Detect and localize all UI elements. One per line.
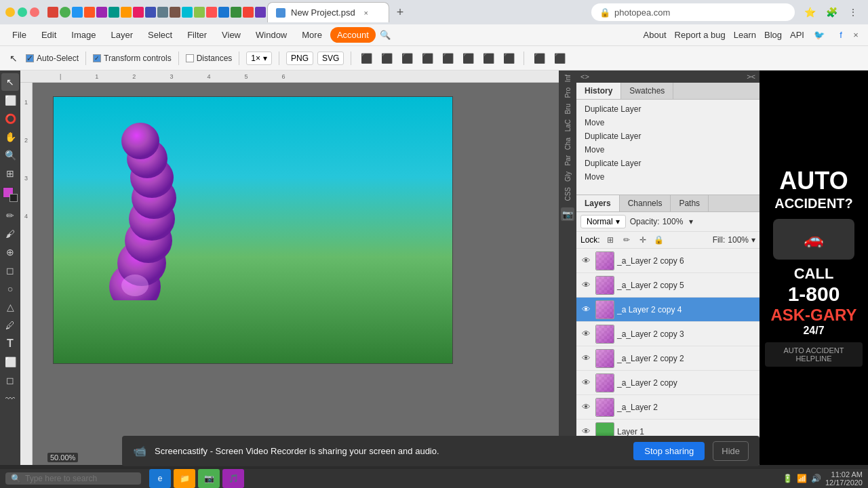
history-item[interactable]: Duplicate Layer bbox=[579, 102, 757, 116]
sidebar-label-bru[interactable]: Bru bbox=[563, 102, 573, 116]
blend-mode-dropdown[interactable]: Normal ▾ bbox=[580, 215, 626, 228]
address-bar[interactable]: 🔒 photopea.com bbox=[591, 3, 795, 21]
ad-close-icon[interactable]: × bbox=[849, 28, 863, 42]
favicon[interactable] bbox=[96, 7, 107, 18]
panel-expand-right[interactable]: >< bbox=[747, 73, 755, 81]
layer-item[interactable]: 👁 _a_Layer 2 copy 3 bbox=[576, 322, 760, 346]
layer-visibility-icon[interactable]: 👁 bbox=[579, 279, 593, 292]
favicon[interactable] bbox=[194, 7, 205, 18]
search-bar[interactable]: 🔍 bbox=[5, 472, 141, 485]
menu-window[interactable]: Window bbox=[249, 27, 294, 43]
transform-controls-option[interactable]: ✓ Transform controls bbox=[93, 54, 172, 63]
layer-item-selected[interactable]: 👁 _a Layer 2 copy 4 bbox=[576, 298, 760, 322]
taskbar-ie[interactable]: e bbox=[149, 469, 171, 488]
learn-link[interactable]: Learn bbox=[734, 30, 756, 40]
lock-move-icon[interactable]: ✛ bbox=[637, 234, 649, 246]
taskbar-app1[interactable]: 📷 bbox=[198, 469, 220, 488]
layer-item[interactable]: 👁 _a_Layer 2 copy 6 bbox=[576, 249, 760, 273]
facebook-icon[interactable]: f bbox=[834, 28, 848, 42]
tray-sound[interactable]: 🔊 bbox=[811, 474, 821, 483]
favicon[interactable] bbox=[133, 7, 144, 18]
close-button[interactable] bbox=[30, 7, 39, 17]
layer-item[interactable]: 👁 _a_Layer 2 copy 5 bbox=[576, 273, 760, 298]
crop-tool[interactable]: ⊞ bbox=[1, 165, 19, 182]
shape-tool[interactable]: ⬜ bbox=[1, 353, 19, 371]
transform-icon[interactable]: ⬛ bbox=[531, 50, 547, 66]
minimize-button[interactable] bbox=[5, 7, 15, 17]
favicon[interactable] bbox=[182, 7, 193, 18]
favicon[interactable] bbox=[206, 7, 217, 18]
active-tab[interactable]: New Project.psd × bbox=[267, 2, 389, 22]
distribute4-icon[interactable]: ⬛ bbox=[500, 50, 517, 66]
stamp-tool[interactable]: ⊕ bbox=[1, 243, 19, 261]
lock-all-icon[interactable]: 🔒 bbox=[653, 234, 665, 246]
blog-link[interactable]: Blog bbox=[764, 30, 782, 40]
menu-more[interactable]: More bbox=[295, 27, 329, 43]
align-right-icon[interactable]: ⬛ bbox=[399, 50, 415, 66]
favicon[interactable] bbox=[108, 7, 119, 18]
tab-channels[interactable]: Channels bbox=[620, 195, 671, 211]
favicon[interactable] bbox=[218, 7, 229, 18]
stop-sharing-button[interactable]: Stop sharing bbox=[633, 442, 705, 460]
layer-item[interactable]: 👁 _a_Layer 2 copy bbox=[576, 371, 760, 395]
tab-history[interactable]: History bbox=[576, 83, 621, 99]
search-icon[interactable]: 🔍 bbox=[377, 27, 393, 43]
opacity-value[interactable]: 100% bbox=[663, 217, 684, 226]
maximize-button[interactable] bbox=[18, 7, 27, 17]
layer-item[interactable]: 👁 _a_Layer 2 bbox=[576, 395, 760, 420]
layer-visibility-icon[interactable]: 👁 bbox=[579, 376, 593, 390]
history-item[interactable]: Move bbox=[579, 116, 757, 129]
tray-wifi[interactable]: 📶 bbox=[797, 474, 807, 483]
sidebar-label-gly[interactable]: Gly bbox=[563, 170, 573, 183]
api-link[interactable]: API bbox=[790, 30, 804, 40]
menu-view[interactable]: View bbox=[215, 27, 248, 43]
menu-icon[interactable]: ⋮ bbox=[844, 3, 863, 22]
taskbar-folder[interactable]: 📁 bbox=[174, 469, 195, 488]
taskbar-app2[interactable]: 🎵 bbox=[222, 469, 244, 488]
layer-visibility-icon[interactable]: 👁 bbox=[579, 303, 593, 317]
fill-arrow[interactable]: ▾ bbox=[751, 235, 755, 245]
menu-layer[interactable]: Layer bbox=[104, 27, 140, 43]
png-format[interactable]: PNG bbox=[286, 52, 313, 65]
eyedropper-tool[interactable]: ✏ bbox=[1, 207, 19, 224]
new-tab-button[interactable]: + bbox=[391, 3, 410, 22]
sidebar-label-inf[interactable]: Inf bbox=[563, 73, 573, 83]
favicon[interactable] bbox=[84, 7, 95, 18]
tray-icon[interactable]: 🔋 bbox=[783, 474, 793, 483]
favicon[interactable] bbox=[72, 7, 83, 18]
layer-visibility-icon[interactable]: 👁 bbox=[579, 254, 593, 268]
align-center-icon[interactable]: ⬛ bbox=[378, 50, 395, 66]
zoom-dropdown[interactable]: 1× ▾ bbox=[246, 52, 272, 65]
favicon[interactable] bbox=[170, 7, 180, 18]
warp-icon[interactable]: ⬛ bbox=[551, 50, 568, 66]
sidebar-label-par[interactable]: Par bbox=[563, 154, 573, 167]
layer-visibility-icon[interactable]: 👁 bbox=[579, 327, 593, 341]
twitter-icon[interactable]: 🐦 bbox=[812, 28, 826, 42]
tab-layers[interactable]: Layers bbox=[576, 195, 620, 211]
selection-tool[interactable]: ⬜ bbox=[1, 92, 19, 109]
auto-select-option[interactable]: ✓ Auto-Select bbox=[26, 54, 79, 63]
type-tool[interactable]: T bbox=[1, 335, 19, 352]
distribute-icon[interactable]: ⬛ bbox=[439, 50, 456, 66]
lasso-tool[interactable]: ⭕ bbox=[1, 110, 19, 127]
eraser-tool[interactable]: ◻ bbox=[1, 262, 19, 279]
canvas-workspace[interactable]: 50.00% bbox=[33, 83, 559, 465]
tab-paths[interactable]: Paths bbox=[671, 195, 709, 211]
layer-visibility-icon[interactable]: 👁 bbox=[579, 401, 593, 414]
layer-visibility-icon[interactable]: 👁 bbox=[579, 352, 593, 365]
move-tool[interactable]: ↖ bbox=[1, 73, 19, 91]
favicon[interactable] bbox=[145, 7, 156, 18]
bookmark-icon[interactable]: ⭐ bbox=[800, 3, 819, 22]
favicon[interactable] bbox=[47, 7, 58, 18]
align-left-icon[interactable]: ⬛ bbox=[358, 50, 374, 66]
report-bug-link[interactable]: Report a bug bbox=[675, 30, 726, 40]
opacity-arrow[interactable]: ▾ bbox=[686, 216, 696, 227]
auto-select-checkbox[interactable]: ✓ bbox=[26, 54, 34, 62]
hide-button[interactable]: Hide bbox=[713, 441, 749, 461]
gradient-tool[interactable]: ◻ bbox=[1, 371, 19, 389]
sidebar-label-cha[interactable]: Cha bbox=[563, 136, 573, 151]
layer-item[interactable]: 👁 _a_Layer 2 copy 2 bbox=[576, 346, 760, 371]
lock-pixels-icon[interactable]: ⊞ bbox=[604, 234, 616, 246]
panel-collapse-left[interactable]: <> bbox=[580, 73, 589, 81]
history-item[interactable]: Duplicate Layer bbox=[579, 129, 757, 143]
